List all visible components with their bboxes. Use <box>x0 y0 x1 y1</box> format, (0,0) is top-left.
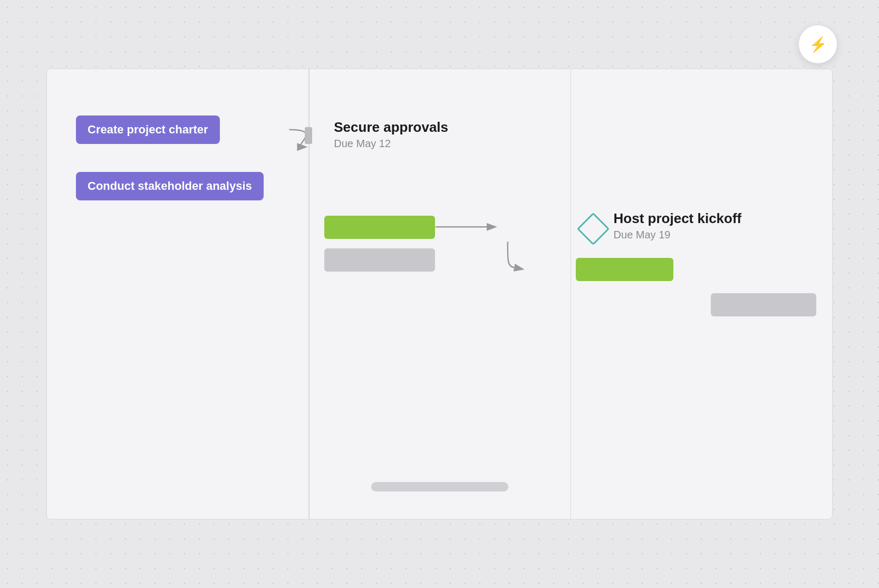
gray-bar-1 <box>324 248 435 272</box>
column-divider-2 <box>571 69 572 519</box>
task-stakeholder-label: Conduct stakeholder analysis <box>88 179 252 192</box>
task-conduct-stakeholder-analysis[interactable]: Conduct stakeholder analysis <box>76 172 264 200</box>
diamond-shape <box>576 213 609 245</box>
secure-approvals-due: Due May 12 <box>334 138 448 150</box>
secure-approvals-info: Secure approvals Due May 12 <box>334 119 448 150</box>
secure-approvals-title: Secure approvals <box>334 119 448 136</box>
host-kickoff-info: Host project kickoff Due May 19 <box>614 210 742 241</box>
secure-approvals-milestone-marker <box>305 127 312 144</box>
task-charter-label: Create project charter <box>88 123 208 136</box>
lightning-icon: ⚡ <box>809 36 827 53</box>
green-bar-1[interactable] <box>324 216 435 239</box>
horizontal-scrollbar[interactable] <box>371 482 508 491</box>
task-create-project-charter[interactable]: Create project charter <box>76 115 220 144</box>
gray-bar-2 <box>711 293 816 316</box>
scrollbar-thumb[interactable] <box>371 482 508 491</box>
host-kickoff-due: Due May 19 <box>614 229 742 241</box>
green-bar-2[interactable] <box>576 258 673 281</box>
lightning-quick-actions-button[interactable]: ⚡ <box>799 25 837 63</box>
host-kickoff-diamond <box>580 216 606 242</box>
host-kickoff-title: Host project kickoff <box>614 210 742 227</box>
gantt-chart-container: Create project charter Conduct stakehold… <box>46 69 833 519</box>
